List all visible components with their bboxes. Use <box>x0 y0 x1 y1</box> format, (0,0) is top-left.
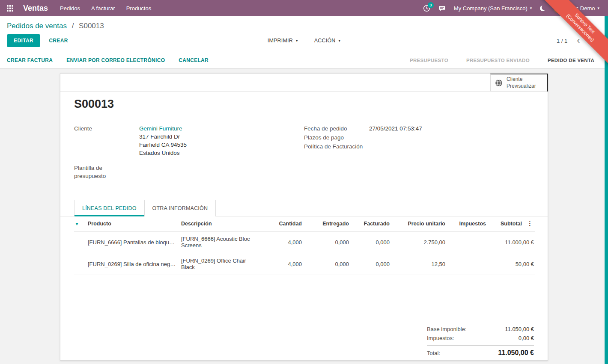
cancel-button[interactable]: CANCELAR <box>179 57 209 63</box>
moon-icon <box>540 6 545 11</box>
cell-product[interactable]: [FURN_0269] Silla de oficina neg… <box>86 253 179 275</box>
statusbar: CREAR FACTURA ENVIAR POR CORREO ELECTRÓN… <box>0 52 608 69</box>
breadcrumb-parent[interactable]: Pedidos de ventas <box>7 22 67 30</box>
avatar <box>554 3 563 13</box>
breadcrumb: Pedidos de ventas / S00013 <box>0 16 608 31</box>
cell-unit-price[interactable]: 12,50 <box>391 253 447 275</box>
action-menus: IMPRIMIR ▾ ACCIÓN ▾ <box>268 38 341 44</box>
chevron-down-icon: ▾ <box>530 6 532 10</box>
cell-delivered[interactable]: 0,000 <box>304 231 351 253</box>
chevron-down-icon: ▾ <box>597 6 599 10</box>
messages-button[interactable] <box>438 5 446 12</box>
total-label: Total: <box>427 350 440 356</box>
col-descripcion[interactable]: Descripción <box>179 216 259 231</box>
create-invoice-button[interactable]: CREAR FACTURA <box>7 57 53 63</box>
col-precio-unitario[interactable]: Precio unitario <box>391 216 447 231</box>
customer-value: Gemini Furniture 317 Fairchild Dr Fairfi… <box>139 124 187 157</box>
cell-taxes[interactable] <box>447 231 488 253</box>
create-button[interactable]: CREAR <box>49 38 68 44</box>
col-impuestos[interactable]: Impuestos <box>447 216 488 231</box>
cell-description[interactable]: [FURN_6666] Acoustic Bloc Screens <box>179 231 259 253</box>
pager-previous-button[interactable]: ‹ <box>572 36 584 45</box>
tab-other-info[interactable]: OTRA INFORMACIÓN <box>145 200 216 216</box>
systray: 3 My Company (San Francisco) ▾ Marc Demo… <box>423 3 608 13</box>
chevron-down-icon: ▾ <box>339 39 341 43</box>
tab-bar: LÍNEAS DEL PEDIDO OTRA INFORMACIÓN <box>60 200 548 216</box>
pager-value: 1 / 1 <box>557 38 567 44</box>
optional-columns-button[interactable]: ⋮ <box>527 219 533 227</box>
tab-order-lines[interactable]: LÍNEAS DEL PEDIDO <box>74 200 145 216</box>
total-value: 11.050,00 € <box>498 349 534 357</box>
invoicing-policy-label: Política de Facturación <box>304 142 369 151</box>
expand-chevron-icon[interactable]: ▾ <box>76 222 78 226</box>
activity-count-badge: 3 <box>428 2 434 8</box>
company-switcher[interactable]: My Company (San Francisco) ▾ <box>454 5 532 12</box>
cell-subtotal[interactable]: 50,00 € <box>488 253 535 275</box>
order-line-row[interactable]: [FURN_6666] Pantallas de bloqu… [FURN_66… <box>74 231 535 253</box>
customer-label: Cliente <box>74 124 139 157</box>
state-presupuesto[interactable]: PRESUPUESTO <box>410 58 448 63</box>
customer-address-line3: Estados Unidos <box>139 150 180 156</box>
action-menu-label: ACCIÓN <box>314 38 336 44</box>
top-menu: Pedidos A facturar Productos <box>60 5 151 12</box>
untaxed-amount-label: Base imponible: <box>427 326 467 332</box>
table-header-row: ▾ Producto Descripción Cantidad Entregad… <box>74 216 535 231</box>
order-date-value: 27/05/2021 07:53:47 <box>369 124 422 133</box>
col-producto[interactable]: Producto <box>86 216 179 231</box>
field-column-right: Fecha de pedido 27/05/2021 07:53:47 Plaz… <box>304 124 534 181</box>
print-menu[interactable]: IMPRIMIR ▾ <box>268 38 298 44</box>
cell-product[interactable]: [FURN_6666] Pantallas de bloqu… <box>86 231 179 253</box>
cell-taxes[interactable] <box>447 253 488 275</box>
cell-qty[interactable]: 4,000 <box>259 231 304 253</box>
cell-qty[interactable]: 4,000 <box>259 253 304 275</box>
field-group: Cliente Gemini Furniture 317 Fairchild D… <box>74 124 534 181</box>
state-presupuesto-enviado[interactable]: PRESUPUESTO ENVIADO <box>466 58 530 63</box>
app-name[interactable]: Ventas <box>23 4 48 13</box>
taxes-value: 0,00 € <box>519 335 534 341</box>
scrollbar[interactable] <box>605 16 608 364</box>
cell-subtotal[interactable]: 11.000,00 € <box>488 231 535 253</box>
statusbar-buttons: CREAR FACTURA ENVIAR POR CORREO ELECTRÓN… <box>7 57 209 63</box>
menu-productos[interactable]: Productos <box>126 5 152 12</box>
notebook: LÍNEAS DEL PEDIDO OTRA INFORMACIÓN ⋮ ▾ <box>60 200 548 358</box>
print-menu-label: IMPRIMIR <box>268 38 293 44</box>
order-title: S00013 <box>74 98 534 111</box>
pager: 1 / 1 ‹ › <box>557 36 601 45</box>
customer-preview-button[interactable]: Cliente Previsualizar <box>490 74 548 92</box>
order-line-row[interactable]: [FURN_0269] Silla de oficina neg… [FURN_… <box>74 253 535 275</box>
company-name: My Company (San Francisco) <box>454 5 528 12</box>
col-cantidad[interactable]: Cantidad <box>259 216 304 231</box>
pager-next-button[interactable]: › <box>585 36 597 45</box>
customer-address-line1: 317 Fairchild Dr <box>139 133 180 140</box>
col-entregado[interactable]: Entregado <box>304 216 351 231</box>
state-pedido-de-venta[interactable]: PEDIDO DE VENTA <box>548 58 594 63</box>
cell-description[interactable]: [FURN_0269] Office Chair Black <box>179 253 259 275</box>
cell-unit-price[interactable]: 2.750,00 <box>391 231 447 253</box>
field-column-left: Cliente Gemini Furniture 317 Fairchild D… <box>74 124 304 181</box>
menu-a-facturar[interactable]: A facturar <box>91 5 115 12</box>
activities-button[interactable]: 3 <box>423 5 430 12</box>
col-facturado[interactable]: Facturado <box>351 216 391 231</box>
taxes-label: Impuestos: <box>427 335 454 341</box>
totals-block: Base imponible: 11.050,00 € Impuestos: 0… <box>427 325 534 358</box>
cell-invoiced[interactable]: 0,000 <box>351 231 391 253</box>
apps-grid-icon <box>7 5 13 12</box>
breadcrumb-current: S00013 <box>79 22 104 30</box>
top-navbar: Ventas Pedidos A facturar Productos 3 My… <box>0 0 608 16</box>
cell-delivered[interactable]: 0,000 <box>304 253 351 275</box>
breadcrumb-separator: / <box>72 22 74 30</box>
customer-link[interactable]: Gemini Furniture <box>139 125 182 132</box>
button-box: Cliente Previsualizar <box>60 74 548 92</box>
action-menu[interactable]: ACCIÓN ▾ <box>314 38 341 44</box>
edit-button[interactable]: EDITAR <box>7 34 40 47</box>
statusbar-states: PRESUPUESTO PRESUPUESTO ENVIADO PEDIDO D… <box>410 58 601 63</box>
order-date-label: Fecha de pedido <box>304 124 369 133</box>
dark-mode-toggle[interactable] <box>540 6 545 11</box>
preview-button-label: Cliente Previsualizar <box>507 76 536 89</box>
user-name: Marc Demo <box>566 5 595 12</box>
apps-menu-button[interactable] <box>0 0 20 16</box>
cell-invoiced[interactable]: 0,000 <box>351 253 391 275</box>
user-menu[interactable]: Marc Demo ▾ <box>554 3 599 13</box>
send-by-email-button[interactable]: ENVIAR POR CORREO ELECTRÓNICO <box>66 57 165 63</box>
menu-pedidos[interactable]: Pedidos <box>60 5 80 12</box>
